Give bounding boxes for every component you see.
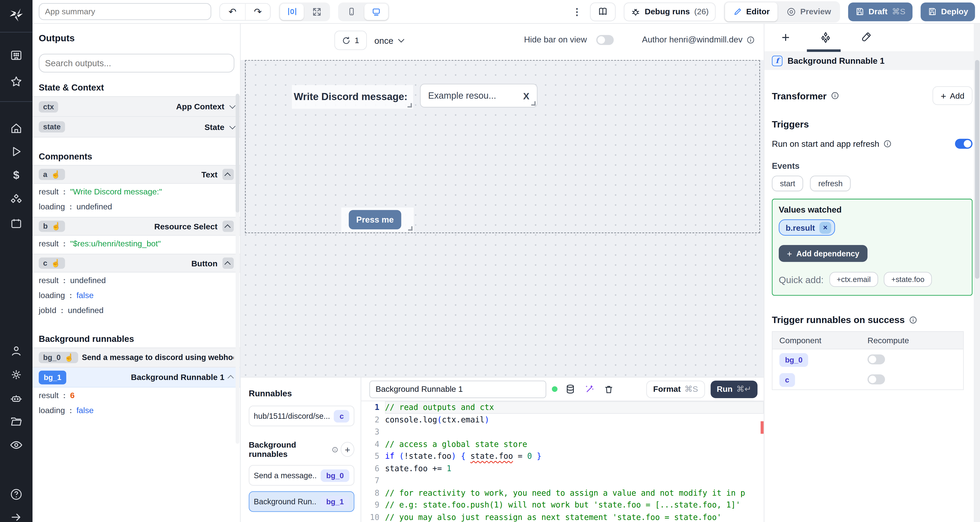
delete-icon[interactable]: [602, 384, 616, 394]
code-line[interactable]: state.foo += 1: [385, 462, 764, 474]
cache-icon[interactable]: [563, 384, 577, 395]
component-a-badge[interactable]: a☝: [39, 169, 65, 180]
runnable-item-bg1-selected[interactable]: Background Run... bg_1: [249, 492, 355, 512]
code-line[interactable]: [385, 426, 764, 438]
format-button[interactable]: Format⌘S: [646, 380, 705, 398]
button-component[interactable]: Press me: [341, 208, 414, 232]
recompute-toggle[interactable]: [867, 354, 885, 364]
component-badge[interactable]: bg_0: [780, 353, 808, 367]
more-menu-button[interactable]: ⋮: [572, 7, 581, 16]
resize-handle[interactable]: [531, 101, 536, 105]
undo-button[interactable]: ↶: [220, 3, 245, 20]
run-on-start-toggle[interactable]: [955, 139, 972, 149]
billing-icon[interactable]: $: [13, 169, 19, 182]
runnable-name-input[interactable]: [369, 380, 546, 398]
help-icon[interactable]: [9, 487, 23, 501]
quick-add-ctx-email[interactable]: +ctx.email: [829, 272, 878, 287]
search-outputs-input[interactable]: [39, 54, 234, 73]
draft-button[interactable]: Draft⌘S: [848, 2, 912, 21]
clear-select-button[interactable]: X: [523, 90, 530, 101]
component-row-a[interactable]: a☝ Text: [32, 165, 240, 184]
app-canvas[interactable]: Write Discord message: Example resou... …: [241, 60, 764, 377]
schedules-icon[interactable]: [10, 217, 23, 230]
redo-button[interactable]: ↷: [245, 3, 270, 20]
resize-handle[interactable]: [407, 103, 412, 108]
add-transformer-button[interactable]: +Add: [932, 86, 972, 105]
user-icon[interactable]: [10, 344, 23, 358]
chevron-down-icon[interactable]: [229, 103, 235, 109]
ai-wand-icon[interactable]: [582, 384, 597, 395]
docs-button[interactable]: [590, 2, 616, 21]
output-row-ctx[interactable]: ctx App Context: [32, 96, 240, 117]
code-line[interactable]: [385, 474, 764, 487]
tab-preview[interactable]: Preview: [779, 2, 838, 21]
watched-value-chip[interactable]: b.result ×: [779, 220, 835, 236]
audit-eye-icon[interactable]: [9, 438, 23, 452]
component-c-badge[interactable]: c☝: [39, 258, 65, 269]
chevron-down-icon[interactable]: [229, 123, 235, 129]
code-line[interactable]: // for reactivity to work, you need to a…: [385, 487, 764, 499]
collapse-button[interactable]: [223, 169, 234, 180]
outputs-scrollbar[interactable]: [236, 94, 240, 444]
press-me-button[interactable]: Press me: [349, 210, 401, 229]
code-area[interactable]: 12345678910 // read outputs and ctxconso…: [361, 401, 764, 522]
folders-icon[interactable]: [10, 415, 23, 428]
runnable-item-hub[interactable]: hub/1511/discord/se... c: [249, 406, 355, 426]
component-settings-tab-icon[interactable]: [819, 31, 832, 44]
debug-runs-button[interactable]: Debug runs (26): [624, 2, 716, 21]
chevron-up-icon[interactable]: [228, 375, 234, 381]
add-background-runnable-button[interactable]: +: [340, 442, 354, 457]
code-line[interactable]: console.log(ctx.email): [385, 413, 764, 426]
apps-icon[interactable]: [10, 49, 23, 62]
event-chip-start[interactable]: start: [772, 176, 803, 191]
bg1-badge[interactable]: bg_1: [39, 370, 66, 384]
tab-editor[interactable]: Editor: [725, 2, 778, 21]
collapse-arrow-icon[interactable]: [10, 511, 23, 522]
add-dependency-button[interactable]: +Add dependency: [779, 245, 867, 262]
desktop-view-button[interactable]: [364, 3, 388, 20]
run-mode-dropdown[interactable]: once: [374, 30, 402, 50]
centered-layout-button[interactable]: [280, 3, 304, 20]
resource-select-component[interactable]: Example resou... X: [420, 84, 538, 108]
component-row-b[interactable]: b☝ Resource Select: [32, 217, 240, 236]
collapse-button[interactable]: [223, 221, 234, 232]
code-lines[interactable]: // read outputs and ctxconsole.log(ctx.e…: [385, 401, 764, 522]
insert-component-tab-icon[interactable]: +: [780, 31, 792, 44]
favorites-icon[interactable]: [10, 75, 23, 88]
output-row-state[interactable]: state State: [32, 117, 240, 137]
resize-handle[interactable]: [408, 226, 412, 231]
deploy-button[interactable]: Deploy: [920, 2, 975, 21]
collapse-button[interactable]: [223, 258, 234, 269]
code-line[interactable]: if (!state.foo) { state.foo = 0 }: [385, 450, 764, 462]
recompute-toggle[interactable]: [867, 374, 885, 384]
remove-chip-button[interactable]: ×: [819, 222, 831, 234]
refresh-count-button[interactable]: 1: [334, 30, 367, 50]
home-icon[interactable]: [10, 122, 23, 135]
workers-icon[interactable]: [9, 392, 23, 406]
app-summary-input[interactable]: [39, 3, 211, 20]
mobile-view-button[interactable]: [339, 3, 363, 20]
event-chip-refresh[interactable]: refresh: [810, 176, 851, 191]
bg0-badge[interactable]: bg_0☝: [39, 352, 78, 363]
code-line[interactable]: // you may also just reassign as next st…: [385, 511, 764, 522]
component-b-badge[interactable]: b☝: [39, 221, 65, 232]
code-line[interactable]: // access a global state store: [385, 438, 764, 450]
quick-add-state-foo[interactable]: +state.foo: [884, 272, 932, 287]
code-line[interactable]: // e.g: state.foo.push(1) will not work …: [385, 499, 764, 511]
styling-tab-icon[interactable]: [859, 31, 872, 44]
text-component[interactable]: Write Discord message:: [292, 85, 413, 109]
bg0-row[interactable]: bg_0☝ Send a message to discord using we…: [32, 347, 240, 368]
hide-bar-toggle[interactable]: [596, 35, 614, 45]
windmill-logo-icon[interactable]: [8, 6, 25, 24]
code-line[interactable]: // read outputs and ctx: [385, 401, 764, 414]
resources-icon[interactable]: [9, 193, 23, 207]
bg1-row[interactable]: bg_1 Background Runnable 1: [32, 368, 240, 387]
page-scrollbar[interactable]: [974, 24, 980, 522]
runs-icon[interactable]: [10, 145, 23, 158]
run-button[interactable]: Run⌘↵: [711, 380, 757, 398]
runnable-item-bg0[interactable]: Send a message... bg_0: [249, 465, 355, 486]
component-badge[interactable]: c: [780, 373, 795, 387]
settings-icon[interactable]: [10, 368, 23, 381]
fullscreen-layout-button[interactable]: [305, 3, 329, 20]
component-row-c[interactable]: c☝ Button: [32, 254, 240, 273]
